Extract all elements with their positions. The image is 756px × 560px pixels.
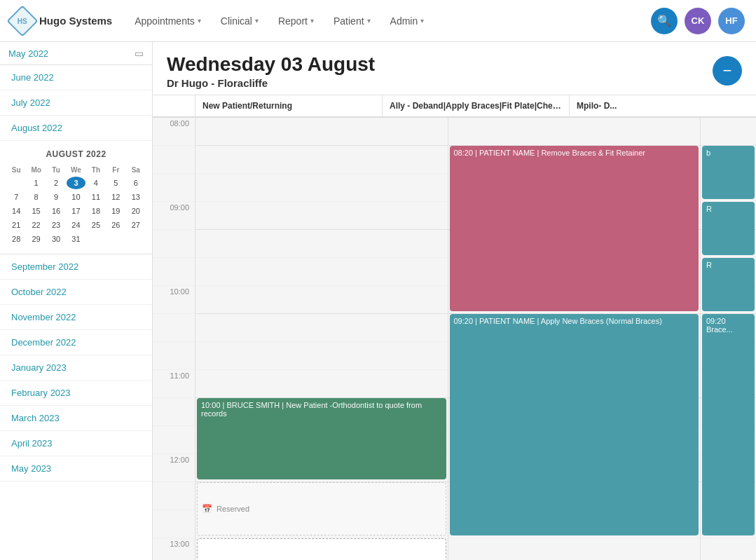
mini-cal-day-29[interactable]: 29 bbox=[27, 233, 45, 245]
grid-cell[interactable] bbox=[195, 314, 448, 342]
mini-cal-day-10[interactable]: 10 bbox=[67, 191, 85, 203]
navbar: HS Hugo Systems Appointments ▾ Clinical … bbox=[0, 0, 756, 42]
sidebar: May 2022 ▭ June 2022 July 2022 August 20… bbox=[0, 42, 153, 560]
avatar-ck[interactable]: CK bbox=[685, 8, 711, 34]
chevron-down-icon: ▾ bbox=[420, 17, 424, 25]
grid-cell[interactable] bbox=[195, 286, 448, 314]
sidebar-item-feb-2023[interactable]: February 2023 bbox=[0, 381, 152, 406]
sidebar-item-mar-2023[interactable]: March 2023 bbox=[0, 406, 152, 431]
time-label-11-20 bbox=[153, 398, 195, 426]
sidebar-item-may-2023[interactable]: May 2023 bbox=[0, 456, 152, 482]
grid-cell[interactable] bbox=[195, 370, 448, 398]
grid-cell[interactable] bbox=[195, 118, 448, 146]
appointment-block[interactable]: 10:00 | BRUCE SMITH | New Patient -Ortho… bbox=[197, 398, 446, 479]
time-label-10-40 bbox=[153, 342, 195, 370]
appointment-block[interactable]: R bbox=[702, 258, 755, 311]
grid-cell[interactable] bbox=[701, 118, 756, 146]
grid-cell[interactable] bbox=[701, 538, 756, 560]
mini-cal-day-1[interactable]: 1 bbox=[27, 177, 45, 189]
mini-cal-day-16[interactable]: 16 bbox=[47, 205, 65, 217]
nav-patient[interactable]: Patient ▾ bbox=[325, 11, 379, 31]
mini-cal-day-6[interactable]: 6 bbox=[127, 177, 145, 189]
nav-appointments[interactable]: Appointments ▾ bbox=[126, 11, 209, 31]
chevron-down-icon: ▾ bbox=[255, 17, 259, 25]
mini-cal-day-3[interactable]: 3 bbox=[67, 177, 85, 189]
chevron-down-icon: ▾ bbox=[198, 17, 201, 25]
mini-cal-day-21[interactable]: 21 bbox=[7, 219, 25, 231]
sidebar-item-jan-2023[interactable]: January 2023 bbox=[0, 355, 152, 381]
mini-cal-day-12[interactable]: 12 bbox=[106, 191, 125, 203]
grid-cell[interactable] bbox=[195, 202, 448, 230]
avatar-hf[interactable]: HF bbox=[718, 8, 745, 34]
sidebar-item-dec-2022[interactable]: December 2022 bbox=[0, 330, 152, 355]
schedule-wrapper: New Patient/Returning Ally - Deband|Appl… bbox=[153, 95, 756, 560]
col-header-3: Mpilo- D... bbox=[569, 95, 756, 116]
sidebar-item-oct-2022[interactable]: October 2022 bbox=[0, 280, 152, 305]
sidebar-item-jul-2022[interactable]: July 2022 bbox=[0, 90, 152, 116]
col-header-1: New Patient/Returning bbox=[195, 95, 382, 116]
appointment-block[interactable]: ⊖📅10:40 bbox=[197, 538, 446, 560]
mini-cal-day-11[interactable]: 11 bbox=[87, 191, 105, 203]
reserved-label: Reserved bbox=[217, 505, 249, 513]
mini-cal-day-2[interactable]: 2 bbox=[47, 177, 65, 189]
mini-cal-day-4[interactable]: 4 bbox=[87, 177, 105, 189]
appointment-block[interactable]: 09:20 Brace... bbox=[702, 314, 755, 535]
time-label-09-00: 09:00 bbox=[153, 202, 195, 230]
mini-cal-dow-we: We bbox=[67, 165, 85, 175]
mini-cal-day-26[interactable]: 26 bbox=[106, 219, 125, 231]
mini-cal-day-9[interactable]: 9 bbox=[47, 191, 65, 203]
nav-report[interactable]: Report ▾ bbox=[270, 11, 322, 31]
sidebar-month-title[interactable]: May 2022 bbox=[8, 48, 48, 59]
appointment-block[interactable]: R bbox=[702, 202, 755, 255]
mini-cal-day-27[interactable]: 27 bbox=[127, 219, 145, 231]
mini-cal-day-30[interactable]: 30 bbox=[47, 233, 65, 245]
mini-cal-day-18[interactable]: 18 bbox=[87, 205, 105, 217]
mini-cal-day-13[interactable]: 13 bbox=[127, 191, 145, 203]
mini-cal-day-24[interactable]: 24 bbox=[67, 219, 85, 231]
sidebar-item-jun-2022[interactable]: June 2022 bbox=[0, 65, 152, 90]
fab-minus-button[interactable]: − bbox=[713, 56, 742, 86]
mini-cal-day-15[interactable]: 15 bbox=[27, 205, 45, 217]
mini-cal-dow-tu: Tu bbox=[47, 165, 65, 175]
mini-cal-day-25[interactable]: 25 bbox=[87, 219, 105, 231]
appointment-block[interactable]: 09:20 | PATIENT NAME | Apply New Braces … bbox=[450, 314, 699, 535]
nav-appointments-label: Appointments bbox=[135, 15, 195, 27]
mini-cal-day-22[interactable]: 22 bbox=[27, 219, 45, 231]
calendar-icon[interactable]: ▭ bbox=[135, 48, 144, 59]
sidebar-item-sep-2022[interactable]: September 2022 bbox=[0, 254, 152, 280]
mini-cal-day-19[interactable]: 19 bbox=[106, 205, 125, 217]
mini-cal-day-28[interactable]: 28 bbox=[7, 233, 25, 245]
nav-report-label: Report bbox=[278, 15, 308, 27]
appointment-block[interactable]: b bbox=[702, 146, 755, 199]
time-label-12-40 bbox=[153, 510, 195, 538]
nav-clinical-label: Clinical bbox=[221, 15, 252, 27]
search-button[interactable]: 🔍 bbox=[651, 8, 678, 34]
grid-cell[interactable] bbox=[195, 230, 448, 258]
time-gutter-header bbox=[153, 95, 195, 116]
mini-cal-day-20[interactable]: 20 bbox=[127, 205, 145, 217]
logo[interactable]: HS Hugo Systems bbox=[11, 10, 112, 32]
sidebar-item-apr-2023[interactable]: April 2023 bbox=[0, 431, 152, 456]
mini-cal-day-7[interactable]: 7 bbox=[7, 191, 25, 203]
main-layout: May 2022 ▭ June 2022 July 2022 August 20… bbox=[0, 42, 756, 560]
grid-cell[interactable] bbox=[195, 146, 448, 174]
time-label-09-40 bbox=[153, 258, 195, 286]
mini-cal-day-14[interactable]: 14 bbox=[7, 205, 25, 217]
mini-cal-day-23[interactable]: 23 bbox=[47, 219, 65, 231]
grid-cell[interactable] bbox=[448, 118, 701, 146]
grid-cell[interactable] bbox=[195, 174, 448, 202]
mini-cal-day-5[interactable]: 5 bbox=[106, 177, 125, 189]
mini-cal-day-31[interactable]: 31 bbox=[67, 233, 85, 245]
grid-cell[interactable] bbox=[195, 258, 448, 286]
nav-clinical[interactable]: Clinical ▾ bbox=[212, 11, 267, 31]
sidebar-item-aug-2022[interactable]: August 2022 bbox=[0, 116, 152, 141]
nav-admin[interactable]: Admin ▾ bbox=[382, 11, 433, 31]
sidebar-item-nov-2022[interactable]: November 2022 bbox=[0, 305, 152, 330]
appointment-block[interactable]: 📅Reserved bbox=[197, 482, 446, 535]
mini-calendar-grid: SuMoTuWeThFrSa12345678910111213141516171… bbox=[7, 165, 145, 245]
mini-cal-day-17[interactable]: 17 bbox=[67, 205, 85, 217]
grid-cell[interactable] bbox=[195, 342, 448, 370]
appointment-block[interactable]: 08:20 | PATIENT NAME | Remove Braces & F… bbox=[450, 146, 699, 311]
mini-cal-day-8[interactable]: 8 bbox=[27, 191, 45, 203]
grid-cell[interactable] bbox=[448, 538, 701, 560]
